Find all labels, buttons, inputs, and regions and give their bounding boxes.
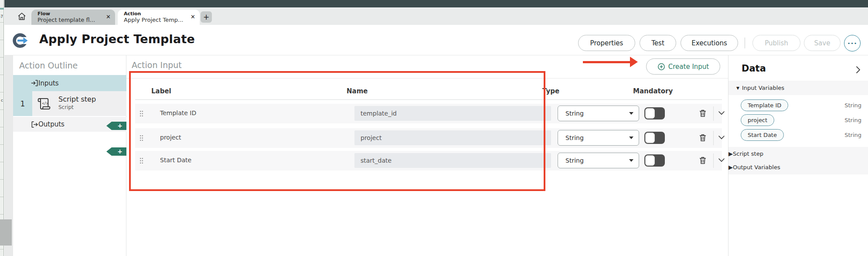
chevron-down-icon[interactable] [718, 135, 725, 140]
publish-button[interactable]: Publish [752, 35, 800, 51]
annotation-arrow [583, 61, 631, 63]
variable-type: String [844, 129, 861, 141]
outline-item-label: Outputs [38, 120, 65, 128]
inputs-icon [31, 79, 39, 87]
outline-item-inputs[interactable]: Inputs [13, 75, 126, 91]
type-select[interactable]: String [558, 130, 639, 146]
annotation-rectangle [129, 71, 545, 191]
tab-flow-type: Flow [37, 11, 104, 17]
collapsed-sections: ▶ Script step ▶ Output Variables [728, 147, 868, 174]
section-label: Output Variables [733, 164, 780, 171]
type-select-value: String [565, 134, 584, 141]
screen: 57 c Flow Project template fl... ✕ Actio… [0, 0, 868, 256]
close-icon[interactable]: ✕ [191, 14, 195, 20]
tab-action-type: Action [124, 11, 188, 17]
variable-pill[interactable]: Template ID [741, 99, 788, 111]
step-title: Script step [58, 95, 96, 104]
caret-down-icon [629, 112, 633, 115]
type-select-value: String [565, 110, 584, 117]
row-divider [713, 106, 714, 121]
save-button[interactable]: Save [804, 35, 841, 51]
tab-action[interactable]: Action Apply Project Temp... ✕ [118, 10, 200, 25]
script-icon: </> [37, 97, 51, 111]
home-button[interactable] [14, 10, 29, 24]
home-icon [17, 11, 27, 22]
variable-type: String [844, 99, 861, 111]
variable-pill[interactable]: project [741, 114, 774, 126]
caret-down-icon [629, 159, 633, 162]
plus-circle-icon [657, 63, 665, 71]
tab-action-title: Apply Project Temp... [124, 17, 188, 23]
window-top-bar [4, 0, 868, 7]
data-panel: Data ▼ Input Variables Template ID Strin… [728, 55, 868, 256]
trash-icon[interactable] [699, 109, 707, 118]
row-divider [713, 154, 714, 168]
action-logo-icon [12, 32, 29, 49]
collapse-panel-icon[interactable] [855, 65, 861, 74]
step-subtitle: Script [58, 104, 96, 111]
tab-flow[interactable]: Flow Project template fl... ✕ [31, 10, 115, 25]
outline-item-label: Inputs [38, 79, 59, 87]
section-input-variables[interactable]: ▼ Input Variables [728, 81, 868, 95]
outline-item-script-step[interactable]: 1 </> Script step Script [13, 91, 126, 116]
outputs-icon [31, 120, 39, 129]
toggle-knob [645, 133, 655, 143]
new-tab-button[interactable]: + [201, 11, 212, 23]
trash-icon[interactable] [699, 133, 707, 142]
create-input-label: Create Input [668, 63, 709, 71]
background-row-tick [0, 8, 4, 10]
trash-icon[interactable] [699, 156, 707, 165]
step-number: 1 [13, 91, 32, 116]
page-title: Apply Project Template [39, 32, 195, 46]
toggle-knob [645, 108, 655, 119]
svg-text:</>: </> [42, 102, 48, 106]
action-outline-title: Action Outline [19, 55, 126, 75]
properties-button[interactable]: Properties [578, 35, 635, 51]
action-input-title: Action Input [132, 60, 182, 70]
background-cell-text: c [1, 98, 3, 102]
create-input-button[interactable]: Create Input [646, 58, 720, 75]
tab-strip: Flow Project template fl... ✕ Action App… [4, 7, 868, 25]
background-gray-block [0, 219, 12, 246]
column-header-mandatory: Mandatory [633, 87, 673, 95]
action-outline-panel: Action Outline Inputs 1 </> Script step … [13, 55, 126, 256]
section-output-variables[interactable]: ▶ Output Variables [728, 160, 868, 174]
mandatory-toggle[interactable] [644, 154, 665, 167]
type-select[interactable]: String [558, 153, 639, 168]
background-row-number: 57 [0, 14, 3, 19]
mandatory-toggle[interactable] [644, 132, 665, 144]
toggle-knob [645, 155, 655, 166]
variable-type: String [844, 114, 861, 126]
caret-expanded-icon: ▼ [736, 86, 739, 90]
mandatory-toggle[interactable] [644, 107, 665, 119]
data-panel-title: Data [742, 63, 766, 74]
more-options-button[interactable]: ••• [844, 35, 861, 51]
row-divider [713, 131, 714, 145]
close-icon[interactable]: ✕ [106, 14, 111, 20]
variable-pill[interactable]: Start Date [741, 129, 784, 141]
type-select-value: String [565, 157, 584, 164]
executions-button[interactable]: Executions [681, 35, 738, 51]
page-header: Apply Project Template Properties Test E… [4, 25, 868, 55]
annotation-arrow-head [630, 57, 638, 67]
tab-flow-title: Project template fl... [37, 17, 104, 23]
caret-collapsed-icon: ▶ [728, 150, 733, 157]
section-label: Script step [733, 150, 763, 157]
type-select[interactable]: String [558, 106, 639, 121]
test-button[interactable]: Test [640, 35, 676, 51]
chevron-down-icon[interactable] [718, 157, 725, 163]
section-script-step[interactable]: ▶ Script step [728, 147, 868, 160]
caret-collapsed-icon: ▶ [728, 164, 733, 171]
background-window-sliver: 57 c [0, 0, 4, 256]
add-step-button[interactable]: + [106, 147, 126, 156]
caret-down-icon [629, 137, 633, 139]
chevron-down-icon[interactable] [718, 110, 725, 116]
header-divider [745, 38, 745, 48]
section-label: Input Variables [742, 85, 784, 91]
